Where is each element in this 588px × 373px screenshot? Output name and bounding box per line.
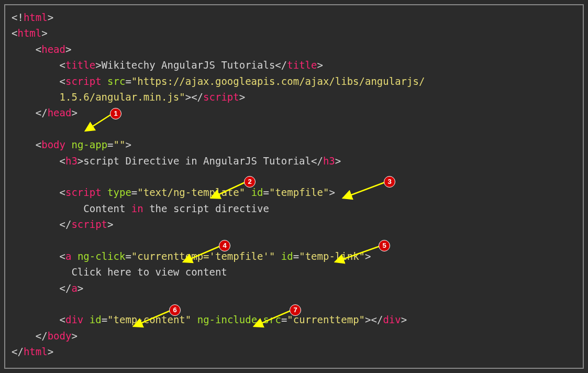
script1-src-val1: "https://ajax.googleapis.com/ajax/libs/a… <box>131 75 425 87</box>
a-ngclick-val: "currenttemp='tempfile'" <box>131 250 275 262</box>
body-close-tag: body <box>48 330 72 342</box>
a-close-tag: a <box>71 282 77 294</box>
div-id-attr: id <box>90 314 102 325</box>
div-src-attr: src <box>263 314 281 325</box>
script1-close-tag: script <box>203 91 239 103</box>
div-open-tag: div <box>65 314 83 325</box>
title-open-tag: title <box>65 59 95 71</box>
h3-open-tag: h3 <box>65 155 77 167</box>
head-open-tag: head <box>41 43 65 55</box>
script1-open-tag: script <box>65 75 102 87</box>
div-src-val: "currenttemp" <box>287 314 365 325</box>
code-editor: <!html> <html> <head> <title>Wikitechy A… <box>4 4 584 369</box>
a-id-val: "temp-link" <box>299 250 365 262</box>
script2-type-val: "text/ng-template" <box>137 186 245 198</box>
a-id-attr: id <box>281 250 293 262</box>
div-nginclude-attr: ng-include <box>197 314 257 325</box>
script2-in: in <box>131 203 143 214</box>
title-text: Wikitechy AngularJS Tutorials <box>102 59 275 71</box>
html-close-tag: html <box>24 346 48 357</box>
body-ngapp-attr: ng-app <box>71 139 107 150</box>
doctype: html <box>24 12 48 23</box>
script1-src-val2: 1.5.6/angular.min.js" <box>60 91 185 103</box>
script2-close-tag: script <box>71 218 107 230</box>
body-ngapp-val: "" <box>114 139 126 150</box>
script2-id-val: "tempfile" <box>269 186 329 198</box>
script2-content-1: Content <box>83 203 131 214</box>
script1-src-attr: src <box>107 75 125 87</box>
a-ngclick-attr: ng-click <box>77 250 126 262</box>
h3-close-tag: h3 <box>323 155 335 167</box>
div-close-tag: div <box>383 314 401 325</box>
head-close-tag: head <box>48 107 72 118</box>
script2-content-2: the script directive <box>143 203 269 214</box>
script2-open-tag: script <box>65 186 102 198</box>
script2-id-attr: id <box>251 186 263 198</box>
title-close-tag: title <box>287 59 317 71</box>
a-text: Click here to view content <box>71 266 227 278</box>
h3-text: script Directive in AngularJS Tutorial <box>83 155 311 167</box>
a-open-tag: a <box>65 250 71 262</box>
html-open-tag: html <box>17 27 41 39</box>
body-open-tag: body <box>41 139 65 150</box>
div-id-val: "temp-content" <box>107 314 191 325</box>
script2-type-attr: type <box>107 186 131 198</box>
